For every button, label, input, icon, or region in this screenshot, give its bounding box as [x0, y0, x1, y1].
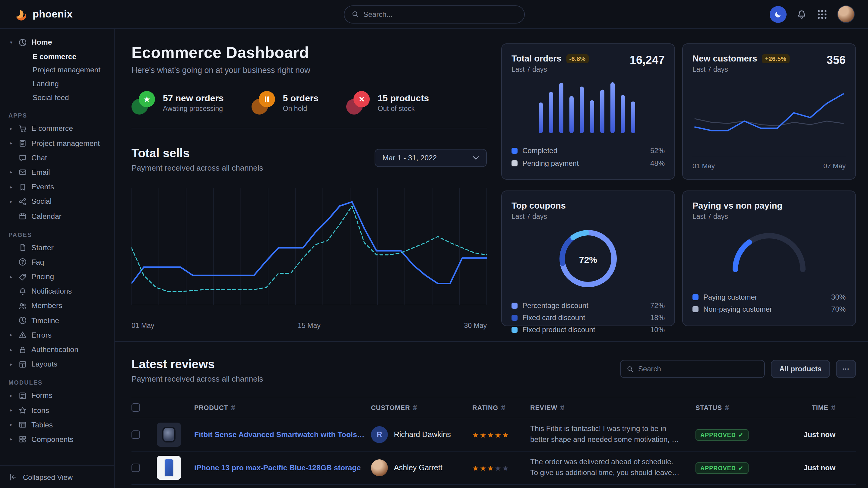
caret-right-icon: ▸ [8, 184, 14, 190]
card-period: Last 7 days [512, 66, 589, 73]
share-icon [18, 197, 27, 206]
stat-out-of-stock: ✕ 15 products Out of stock [346, 90, 429, 115]
column-review[interactable]: REVIEW⇅ [530, 404, 691, 411]
sidebar-item-forms[interactable]: ▸ Forms [8, 389, 109, 403]
sidebar-item-home[interactable]: ▾ Home [8, 35, 109, 50]
sidebar-item-project-management[interactable]: ▸ Project management [8, 136, 109, 151]
review-text: This Fitbit is fantastic! I was trying t… [530, 424, 691, 446]
select-all-checkbox[interactable] [131, 403, 140, 412]
legend-swatch [512, 148, 518, 154]
sidebar-item-pricing[interactable]: ▸ Pricing [8, 269, 109, 284]
brand[interactable]: phoenix [13, 7, 73, 22]
apps-grid-icon[interactable] [817, 9, 828, 20]
new-customers-chart [692, 76, 846, 153]
bell-icon [18, 287, 27, 296]
sidebar: ▾ Home E commerce Project management Lan… [0, 29, 115, 488]
sidebar-item-social[interactable]: ▸ Social [8, 194, 109, 209]
sidebar-item-starter[interactable]: Starter [8, 240, 109, 255]
sidebar-item-faq[interactable]: Faq [8, 255, 109, 269]
new-customers-axis: 01 May 07 May [692, 157, 846, 169]
axis-label: 01 May [131, 322, 154, 329]
chat-icon [18, 154, 27, 162]
date-range-value: Mar 1 - 31, 2022 [382, 154, 437, 162]
sidebar-item-notifications[interactable]: Notifications [8, 284, 109, 298]
sidebar-item-events[interactable]: ▸ Events [8, 180, 109, 194]
puzzle-icon [18, 435, 27, 444]
brand-name: phoenix [33, 8, 73, 20]
main-content: Ecommerce Dashboard Here's what's going … [115, 29, 868, 488]
sidebar-item-tables[interactable]: ▸ Tables [8, 418, 109, 432]
sidebar-item-label: Components [31, 435, 73, 444]
sidebar-item-calendar[interactable]: Calendar [8, 209, 109, 223]
users-icon [18, 301, 27, 311]
customer-avatar [371, 459, 388, 476]
legend-label: Fixed product discount [522, 326, 645, 334]
paying-gauge-chart [692, 229, 846, 273]
date-range-select[interactable]: Mar 1 - 31, 2022 [375, 149, 487, 167]
sidebar-item-label: Errors [31, 331, 52, 339]
reviews-search-input[interactable] [638, 365, 758, 373]
sidebar-item-email[interactable]: ▸ Email [8, 165, 109, 180]
sidebar-item-icons[interactable]: ▸ Icons [8, 403, 109, 418]
sidebar-item-label: Icons [31, 406, 49, 415]
sidebar-item-label: Layouts [31, 360, 57, 368]
table-header: PRODUCT⇅ CUSTOMER⇅ RATING⇅ REVIEW⇅ STATU… [131, 397, 856, 418]
column-customer[interactable]: CUSTOMER⇅ [371, 404, 467, 411]
all-products-button[interactable]: All products [771, 360, 830, 378]
sidebar-item-timeline[interactable]: Timeline [8, 313, 109, 328]
phone-image [164, 459, 174, 477]
sidebar-subitem-ecommerce[interactable]: E commerce [33, 50, 109, 63]
legend-value: 18% [650, 314, 665, 322]
sidebar-item-chat[interactable]: Chat [8, 151, 109, 165]
sidebar-item-label: Starter [31, 243, 54, 252]
customer-avatar: R [371, 426, 388, 443]
row-checkbox[interactable] [131, 464, 140, 472]
sidebar-home-submenu: E commerce Project management Landing So… [8, 50, 109, 104]
status-badge: APPROVED✓ [695, 429, 748, 441]
sidebar-item-authentication[interactable]: ▸ Authentication [8, 343, 109, 357]
product-link[interactable]: Fitbit Sense Advanced Smartwatch with To… [194, 430, 366, 439]
bell-icon[interactable] [796, 9, 807, 20]
sidebar-item-label: Events [31, 183, 54, 191]
legend-value: 70% [831, 305, 846, 314]
sidebar-subitem-landing[interactable]: Landing [33, 77, 109, 91]
axis-label: 01 May [692, 162, 715, 169]
sidebar-item-members[interactable]: Members [8, 299, 109, 313]
sidebar-item-errors[interactable]: ▸ Errors [8, 328, 109, 343]
table-row: iPhone 13 pro max-Pacific Blue-128GB sto… [131, 452, 856, 485]
theme-toggle-button[interactable] [770, 6, 786, 23]
card-value: 16,247 [630, 54, 665, 67]
customer-name: Richard Dawkins [394, 430, 451, 439]
sidebar-item-ecommerce[interactable]: ▸ E commerce [8, 122, 109, 136]
collapse-icon [8, 473, 18, 482]
legend-value: 48% [650, 159, 665, 168]
card-title: Top coupons [512, 200, 566, 210]
sidebar-item-layouts[interactable]: ▸ Layouts [8, 357, 109, 371]
sidebar-subitem-project-management[interactable]: Project management [33, 63, 109, 77]
more-options-button[interactable]: ⋯ [836, 360, 856, 378]
reviews-subtitle: Payment received across all channels [131, 375, 263, 383]
user-avatar[interactable] [837, 5, 855, 23]
collapsed-view-toggle[interactable]: Collapsed View [0, 465, 114, 488]
caret-right-icon: ▸ [8, 170, 14, 175]
warning-icon [18, 331, 27, 340]
stat-caption: Awating processing [163, 105, 224, 112]
card-period: Last 7 days [692, 66, 789, 73]
search-input[interactable] [364, 10, 517, 19]
column-time[interactable]: TIME⇅ [777, 404, 835, 411]
sort-icon: ⇅ [230, 404, 235, 411]
sidebar-item-components[interactable]: ▸ Components [8, 432, 109, 447]
trend-badge: -6.8% [566, 54, 588, 63]
sidebar-subitem-social-feed[interactable]: Social feed [33, 91, 109, 105]
row-checkbox[interactable] [131, 430, 140, 439]
x-icon: ✕ [346, 90, 370, 115]
column-status[interactable]: STATUS⇅ [695, 404, 773, 411]
reviews-search[interactable] [620, 360, 765, 378]
column-rating[interactable]: RATING⇅ [472, 404, 525, 411]
star-icon [18, 406, 27, 415]
navbar-actions [770, 5, 855, 23]
caret-right-icon: ▸ [8, 393, 14, 398]
navbar-search[interactable] [343, 5, 525, 23]
column-product[interactable]: PRODUCT⇅ [194, 404, 366, 411]
product-link[interactable]: iPhone 13 pro max-Pacific Blue-128GB sto… [194, 464, 366, 472]
